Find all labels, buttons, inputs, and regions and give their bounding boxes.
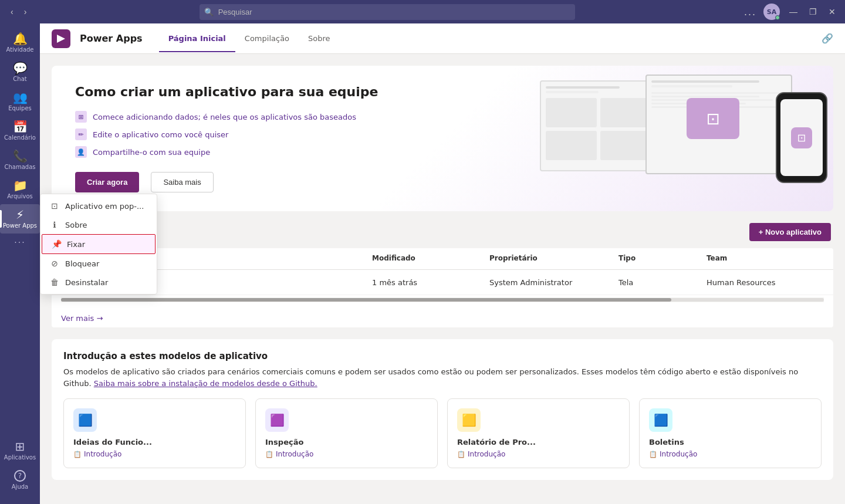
- avatar-initials: SA: [767, 8, 776, 16]
- tab-pagina-inicial[interactable]: Página Inicial: [159, 26, 235, 52]
- templates-title: Introdução a estes modelos de aplicativo: [63, 351, 822, 361]
- sidebar-label-chamadas: Chamadas: [4, 164, 35, 170]
- col-tipo: Tipo: [618, 254, 707, 263]
- intro-icon-inspecao: 📋: [265, 451, 273, 458]
- chat-icon: 💬: [13, 62, 28, 74]
- col-modificado: Modificado: [372, 254, 489, 263]
- hero-title: Como criar um aplicativo para sua equipe: [75, 84, 810, 99]
- title-bar: ‹ › 🔍 ... SA — ❐ ✕: [0, 0, 845, 23]
- template-intro-boletins[interactable]: 📋 Introdução: [649, 450, 812, 458]
- ver-mais-link[interactable]: Ver mais →: [52, 309, 833, 327]
- calls-icon: 📞: [13, 150, 28, 162]
- nav-back-button[interactable]: ‹: [7, 5, 17, 19]
- ver-mais-text: Ver mais: [61, 314, 94, 323]
- context-menu-label-desinstalar: Desinstalar: [65, 278, 108, 287]
- intro-icon-relatorio: 📋: [457, 451, 465, 458]
- context-menu-label-fixar: Fixar: [67, 240, 85, 249]
- scroll-area[interactable]: Como criar um aplicativo para sua equipe…: [40, 54, 845, 504]
- context-menu-item-sobre[interactable]: ℹ Sobre: [40, 215, 157, 234]
- tab-sobre[interactable]: Sobre: [299, 26, 340, 52]
- popup-icon: ⊡: [50, 201, 59, 211]
- power-apps-logo: [52, 29, 70, 48]
- template-name-relatorio: Relatório de Pro...: [457, 438, 620, 447]
- template-intro-label-boletins: Introdução: [660, 450, 697, 458]
- sidebar-label-calendario: Calendário: [4, 134, 36, 141]
- hero-cta-button[interactable]: Criar agora: [75, 172, 139, 192]
- power-apps-icon: ⚡: [16, 209, 24, 221]
- context-menu-item-bloquear[interactable]: ⊘ Bloquear: [40, 254, 157, 273]
- more-options-button[interactable]: ...: [744, 6, 756, 18]
- context-menu-item-desinstalar[interactable]: 🗑 Desinstalar: [40, 273, 157, 292]
- sidebar-item-equipes[interactable]: 👥 Equipes: [0, 87, 40, 116]
- avatar[interactable]: SA: [763, 4, 780, 20]
- sidebar-label-ajuda: Ajuda: [12, 483, 28, 490]
- nav-forward-button[interactable]: ›: [21, 5, 31, 19]
- context-menu-item-popup[interactable]: ⊡ Aplicativo em pop-...: [40, 197, 157, 215]
- app-header: Power Apps Página Inicial Compilação Sob…: [40, 23, 845, 54]
- intro-icon-boletins: 📋: [649, 451, 657, 458]
- template-intro-inspecao[interactable]: 📋 Introdução: [265, 450, 428, 458]
- hero-step-2[interactable]: ✏ Edite o aplicativo como você quiser: [75, 128, 810, 140]
- app-title: Power Apps: [80, 33, 143, 44]
- block-icon: ⊘: [50, 259, 59, 268]
- close-button[interactable]: ✕: [826, 7, 838, 16]
- new-app-button[interactable]: + Novo aplicativo: [749, 223, 831, 241]
- scrollbar-thumb[interactable]: [61, 298, 671, 302]
- template-icon-relatorio: 🟨: [457, 408, 481, 432]
- template-name-inspecao: Inspeção: [265, 438, 428, 447]
- more-icon: ···: [14, 238, 25, 246]
- context-menu-label-bloquear: Bloquear: [65, 259, 99, 268]
- apps-table: Nome Modificado Proprietário Tipo Team 📊…: [52, 248, 833, 327]
- templates-grid: 🟦 Ideias do Funcio... 📋 Introdução 🟪 Ins…: [63, 398, 822, 468]
- hero-content: Como criar um aplicativo para sua equipe…: [75, 84, 810, 192]
- context-menu-item-fixar[interactable]: 📌 Fixar: [42, 234, 156, 254]
- hero-step-1[interactable]: ⊞ Comece adicionando dados; é neles que …: [75, 111, 810, 123]
- sidebar-item-aplicativos[interactable]: ⊞ Aplicativos: [2, 436, 38, 465]
- hero-step-text-3: Compartilhe-o com sua equipe: [93, 148, 210, 157]
- sidebar-item-mais[interactable]: ···: [0, 234, 40, 251]
- hero-step-3[interactable]: 👤 Compartilhe-o com sua equipe: [75, 146, 810, 158]
- context-menu-label-popup: Aplicativo em pop-...: [65, 202, 144, 211]
- sidebar-item-calendario[interactable]: 📅 Calendário: [0, 116, 40, 146]
- maximize-button[interactable]: ❐: [807, 7, 819, 16]
- template-intro-ideias[interactable]: 📋 Introdução: [73, 450, 236, 458]
- templates-desc: Os modelos de aplicativo são criados par…: [63, 366, 822, 389]
- scrollbar-track-area[interactable]: [61, 297, 824, 302]
- table-header: Nome Modificado Proprietário Tipo Team: [52, 248, 833, 270]
- nav-buttons: ‹ ›: [7, 5, 30, 19]
- template-card-boletins: 🟦 Boletins 📋 Introdução: [639, 398, 822, 468]
- sidebar-item-chamadas[interactable]: 📞 Chamadas: [0, 146, 40, 175]
- table-row: 📊 Leave Requests 1 mês atrás System Admi…: [52, 270, 833, 295]
- template-card-inspecao: 🟪 Inspeção 📋 Introdução: [255, 398, 438, 468]
- sidebar-item-chat[interactable]: 💬 Chat: [0, 57, 40, 87]
- sidebar-label-power-apps: Power Apps: [3, 222, 37, 229]
- step-icon-1: ⊞: [75, 111, 87, 123]
- step-icon-2: ✏: [75, 128, 87, 140]
- sidebar-item-arquivos[interactable]: 📁 Arquivos: [0, 175, 40, 204]
- sidebar-item-ajuda[interactable]: ? Ajuda: [2, 465, 38, 495]
- template-intro-label-ideias: Introdução: [84, 450, 121, 458]
- hero-step-text-2: Edite o aplicativo como você quiser: [93, 130, 228, 139]
- trash-icon: 🗑: [50, 278, 59, 287]
- template-intro-label-inspecao: Introdução: [276, 450, 313, 458]
- row-modified: 1 mês atrás: [372, 278, 489, 287]
- intro-icon-ideias: 📋: [73, 451, 82, 458]
- templates-github-link[interactable]: Saiba mais sobre a instalação de modelos…: [94, 379, 317, 388]
- tab-compilacao[interactable]: Compilação: [235, 26, 299, 52]
- template-intro-relatorio[interactable]: 📋 Introdução: [457, 450, 620, 458]
- col-team: Team: [707, 254, 824, 263]
- sidebar-item-atividade[interactable]: 🔔 Atividade: [0, 28, 40, 57]
- hero-steps: ⊞ Comece adicionando dados; é neles que …: [75, 111, 810, 158]
- hero-learn-button[interactable]: Saiba mais: [151, 172, 213, 192]
- minimize-button[interactable]: —: [787, 7, 800, 16]
- template-intro-label-relatorio: Introdução: [468, 450, 505, 458]
- search-input[interactable]: [200, 4, 575, 20]
- content-area: Power Apps Página Inicial Compilação Sob…: [40, 23, 845, 504]
- link-icon[interactable]: 🔗: [822, 33, 833, 44]
- template-card-relatorio: 🟨 Relatório de Pro... 📋 Introdução: [447, 398, 630, 468]
- sidebar-item-power-apps[interactable]: ⚡ Power Apps: [0, 204, 40, 234]
- template-icon-inspecao: 🟪: [265, 408, 289, 432]
- search-bar[interactable]: 🔍: [200, 4, 575, 20]
- teams-icon: 👥: [13, 92, 28, 103]
- info-icon: ℹ: [50, 220, 59, 229]
